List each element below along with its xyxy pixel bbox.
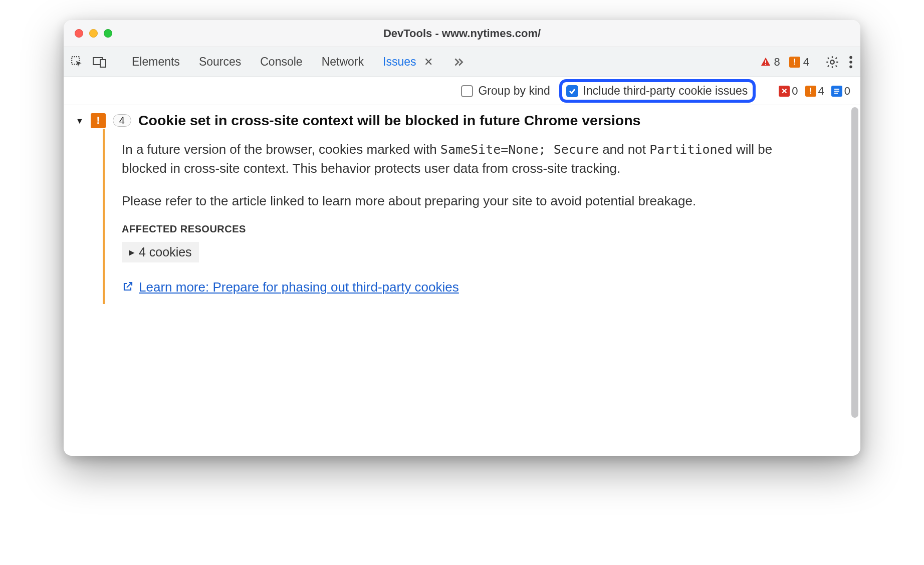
settings-icon[interactable] bbox=[825, 55, 839, 69]
window-title: DevTools - www.nytimes.com/ bbox=[64, 27, 860, 40]
tab-console[interactable]: Console bbox=[260, 55, 302, 69]
issue-header-row[interactable]: ▼ ! 4 Cookie set in cross-site context w… bbox=[74, 112, 850, 129]
device-toggle-icon[interactable] bbox=[93, 56, 107, 69]
traffic-lights bbox=[64, 29, 112, 38]
issues-content: ▼ ! 4 Cookie set in cross-site context w… bbox=[64, 105, 860, 456]
issue-severity-icon: ! bbox=[91, 113, 106, 128]
svg-point-6 bbox=[849, 56, 852, 59]
include-third-party-highlight: Include third-party cookie issues bbox=[559, 79, 756, 103]
breaking-badge-icon: ✕ bbox=[779, 86, 790, 97]
more-menu-icon[interactable] bbox=[848, 55, 853, 69]
learn-more-row: Learn more: Prepare for phasing out thir… bbox=[122, 279, 820, 295]
breaking-change-count[interactable]: ✕ 0 bbox=[779, 85, 798, 98]
affected-resources-header: AFFECTED RESOURCES bbox=[122, 223, 820, 235]
error-count-badge[interactable]: 8 bbox=[760, 56, 780, 69]
issue-title: Cookie set in cross-site context will be… bbox=[138, 112, 641, 129]
inspect-icon[interactable] bbox=[71, 56, 84, 69]
disclosure-right-icon: ▶ bbox=[129, 248, 135, 257]
error-count: 8 bbox=[774, 56, 780, 69]
issue-paragraph-2: Please refer to the article linked to le… bbox=[122, 191, 820, 210]
window-zoom-button[interactable] bbox=[104, 29, 112, 38]
svg-rect-2 bbox=[100, 60, 106, 67]
learn-more-link[interactable]: Learn more: Prepare for phasing out thir… bbox=[139, 279, 459, 295]
warning-square-icon: ! bbox=[789, 57, 800, 68]
svg-rect-10 bbox=[834, 91, 839, 92]
devtools-tabbar: Elements Sources Console Network Issues … bbox=[64, 47, 860, 77]
issue-body: In a future version of the browser, cook… bbox=[103, 129, 850, 304]
tab-issues[interactable]: Issues bbox=[383, 55, 416, 69]
group-by-kind-label: Group by kind bbox=[478, 84, 550, 98]
svg-point-7 bbox=[849, 61, 852, 64]
tab-close-button[interactable]: ✕ bbox=[424, 56, 433, 69]
group-by-kind-checkbox[interactable]: Group by kind bbox=[461, 84, 550, 98]
affected-resources-label: 4 cookies bbox=[139, 245, 192, 259]
warning-count: 4 bbox=[803, 56, 809, 69]
tab-elements[interactable]: Elements bbox=[132, 55, 180, 69]
checkbox-checked-icon bbox=[566, 85, 578, 97]
code-samesite: SameSite=None; Secure bbox=[440, 142, 599, 157]
window-minimize-button[interactable] bbox=[89, 29, 98, 38]
svg-rect-4 bbox=[765, 64, 766, 65]
improvement-count[interactable]: ! 4 bbox=[805, 85, 824, 98]
issues-filterbar: Group by kind Include third-party cookie… bbox=[64, 77, 860, 105]
issue-paragraph-1: In a future version of the browser, cook… bbox=[122, 140, 820, 178]
svg-point-5 bbox=[830, 60, 834, 64]
tab-network[interactable]: Network bbox=[322, 55, 364, 69]
include-third-party-checkbox[interactable]: Include third-party cookie issues bbox=[566, 84, 748, 98]
svg-point-8 bbox=[849, 65, 852, 68]
issue-count-pill: 4 bbox=[113, 114, 131, 127]
warning-count-badge[interactable]: ! 4 bbox=[789, 56, 809, 69]
checkbox-unchecked-icon bbox=[461, 85, 473, 97]
improvement-count-value: 4 bbox=[818, 85, 824, 98]
tab-sources[interactable]: Sources bbox=[199, 55, 241, 69]
window-close-button[interactable] bbox=[75, 29, 83, 38]
include-third-party-label: Include third-party cookie issues bbox=[583, 84, 748, 98]
tabbar-tabs: Elements Sources Console Network Issues … bbox=[132, 55, 465, 69]
titlebar: DevTools - www.nytimes.com/ bbox=[64, 20, 860, 47]
external-link-icon bbox=[122, 280, 134, 295]
improvement-badge-icon: ! bbox=[805, 86, 816, 97]
error-triangle-icon bbox=[760, 57, 771, 68]
devtools-window: DevTools - www.nytimes.com/ Elements Sou… bbox=[64, 20, 860, 456]
code-partitioned: Partitioned bbox=[649, 142, 733, 157]
info-badge-icon bbox=[831, 86, 842, 97]
svg-rect-9 bbox=[834, 89, 839, 90]
breaking-count-value: 0 bbox=[792, 85, 798, 98]
affected-resources-toggle[interactable]: ▶ 4 cookies bbox=[122, 242, 199, 262]
svg-rect-11 bbox=[834, 93, 838, 94]
disclosure-triangle-icon[interactable]: ▼ bbox=[76, 117, 84, 126]
info-count-value: 0 bbox=[844, 85, 850, 98]
more-tabs-icon[interactable] bbox=[452, 56, 465, 69]
svg-rect-3 bbox=[765, 60, 766, 63]
info-count[interactable]: 0 bbox=[831, 85, 850, 98]
scrollbar-thumb[interactable] bbox=[851, 107, 858, 418]
